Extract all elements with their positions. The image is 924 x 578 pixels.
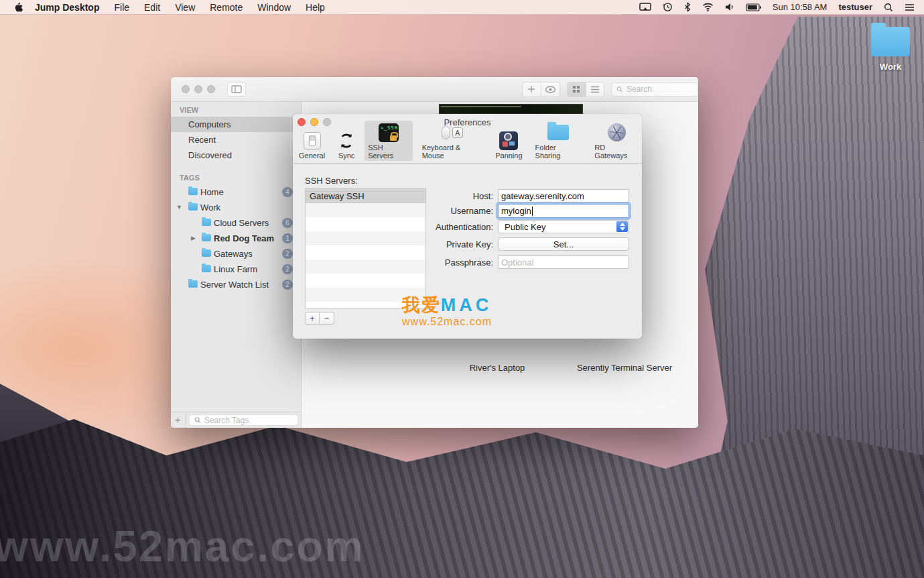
keyboard-mouse-icon: A — [440, 123, 464, 142]
view-mode-segment — [567, 82, 605, 97]
sync-icon — [338, 131, 355, 150]
panning-icon — [499, 131, 518, 150]
sidebar-tag-home[interactable]: Home 4 — [171, 184, 301, 200]
zoom-button[interactable] — [207, 85, 215, 93]
battery-icon[interactable] — [746, 3, 761, 11]
display-mirroring-icon[interactable] — [639, 3, 651, 12]
tag-badge: 2 — [282, 280, 293, 290]
tab-keyboard-mouse[interactable]: A Keyboard & Mouse — [419, 121, 486, 161]
folder-icon — [188, 280, 198, 288]
sidebar-item-discovered[interactable]: Discovered — [171, 148, 301, 163]
sidebar-item-recent[interactable]: Recent — [171, 132, 301, 148]
sidebar-tag-work[interactable]: ▼ Work — [171, 200, 301, 215]
remove-ssh-server-button[interactable]: − — [320, 312, 334, 325]
add-tag-button[interactable]: + — [171, 412, 186, 428]
tab-sync[interactable]: Sync — [334, 129, 358, 161]
tab-folder-sharing[interactable]: Folder Sharing — [532, 121, 586, 161]
tag-badge: 1 — [282, 233, 293, 243]
search-tags-input[interactable] — [204, 416, 293, 425]
time-machine-icon[interactable] — [663, 2, 673, 12]
main-toolbar — [171, 77, 698, 102]
passphrase-input[interactable] — [501, 257, 626, 268]
tab-rd-gateways[interactable]: RD Gateways — [591, 121, 642, 161]
sidebar-bottom-bar: + — [171, 412, 301, 428]
tab-general[interactable]: General — [295, 129, 328, 161]
menu-edit[interactable]: Edit — [144, 2, 160, 13]
list-icon — [590, 86, 600, 93]
host-field[interactable]: gateway.serenity.com — [498, 189, 629, 203]
main-search-input[interactable] — [626, 84, 693, 94]
authentication-popup[interactable]: Public Key — [498, 220, 629, 233]
menu-bar-user[interactable]: testuser — [838, 2, 872, 12]
computer-thumbnail[interactable] — [439, 104, 583, 114]
popup-stepper-icon — [616, 221, 628, 232]
sidebar-tag-gateways[interactable]: Gateways 2 — [171, 246, 301, 262]
bluetooth-icon[interactable] — [684, 2, 691, 12]
search-tags-field[interactable] — [189, 414, 298, 426]
desktop-folder-work[interactable]: Work — [868, 27, 913, 72]
toggle-sidebar-button[interactable] — [227, 82, 246, 97]
host-row: Host: gateway.serenity.com — [391, 189, 629, 203]
spotlight-icon[interactable] — [884, 3, 893, 12]
apple-menu-icon[interactable] — [13, 2, 23, 13]
private-key-label: Private Key: — [391, 239, 498, 249]
preferences-window: Preferences General Sync >_SSH SSH Serve… — [293, 114, 642, 339]
watermark-52mac: 我爱MAC www.52mac.com — [367, 295, 527, 328]
tag-badge: 4 — [282, 187, 293, 197]
computer-name-rivers-laptop: River's Laptop — [470, 363, 525, 373]
notification-center-icon[interactable] — [905, 3, 915, 11]
text-caret — [532, 207, 533, 216]
folder-icon — [188, 188, 198, 195]
folder-icon — [188, 203, 198, 211]
disclosure-open-icon[interactable]: ▼ — [176, 200, 182, 215]
folder-icon — [202, 234, 211, 241]
set-private-key-button[interactable]: Set... — [498, 237, 629, 251]
menu-bar-clock[interactable]: Sun 10:58 AM — [773, 2, 828, 12]
close-button[interactable] — [182, 85, 190, 93]
computer-name-serentiy-terminal-server: Serentiy Terminal Server — [577, 363, 672, 373]
passphrase-field[interactable] — [498, 255, 629, 269]
folder-icon[interactable] — [871, 27, 910, 56]
search-icon — [194, 416, 201, 424]
sidebar-item-computers[interactable]: Computers — [171, 117, 301, 132]
add-computer-button[interactable] — [523, 82, 541, 97]
folder-icon — [202, 265, 211, 272]
minimize-button[interactable] — [194, 85, 202, 93]
wifi-icon[interactable] — [702, 3, 714, 11]
menu-view[interactable]: View — [175, 2, 195, 13]
add-connection-segment — [522, 82, 560, 97]
sidebar-section-tags: TAGS — [171, 170, 301, 184]
desktop: www.52mac.com Work Jump Desktop File Edi… — [0, 0, 924, 578]
list-edit-buttons: + − — [305, 312, 334, 325]
tab-ssh-servers[interactable]: >_SSH SSH Servers — [365, 121, 413, 161]
menu-help[interactable]: Help — [306, 2, 325, 13]
ssh-servers-icon: >_SSH — [379, 123, 399, 142]
app-menu[interactable]: Jump Desktop — [35, 2, 99, 13]
sidebar-tag-cloud-servers[interactable]: Cloud Servers 6 — [171, 215, 301, 231]
username-row: Username: mylogin — [391, 204, 629, 218]
tab-panning[interactable]: Panning — [492, 129, 525, 161]
sidebar-section-view: VIEW — [171, 102, 301, 117]
sidebar-tag-linux-farm[interactable]: Linux Farm 2 — [171, 262, 301, 277]
add-ssh-server-button[interactable]: + — [305, 312, 320, 325]
main-search-field[interactable] — [611, 82, 698, 97]
grid-view-button[interactable] — [568, 82, 586, 97]
menu-file[interactable]: File — [114, 2, 129, 13]
menu-remote[interactable]: Remote — [210, 2, 243, 13]
sidebar: VIEW Computers Recent Discovered TAGS Ho… — [171, 102, 302, 428]
volume-icon[interactable] — [725, 3, 734, 11]
username-label: Username: — [391, 206, 498, 216]
menu-bar-status: Sun 10:58 AM testuser — [639, 2, 924, 12]
menu-window[interactable]: Window — [257, 2, 291, 13]
sidebar-tag-server-watch-list[interactable]: Server Watch List 2 — [171, 277, 301, 292]
authentication-row: Authentication: Public Key — [391, 220, 629, 233]
disclosure-closed-icon[interactable]: ▶ — [191, 231, 196, 246]
rd-gateways-icon — [608, 123, 626, 142]
list-view-button[interactable] — [586, 82, 604, 97]
ssh-servers-list-label: SSH Servers: — [305, 176, 358, 186]
sidebar-tag-red-dog-team[interactable]: ▶ Red Dog Team 1 — [171, 231, 301, 246]
search-icon — [616, 86, 623, 93]
username-field[interactable]: mylogin — [498, 204, 629, 218]
view-computer-button[interactable] — [541, 82, 559, 97]
authentication-label: Authentication: — [391, 222, 498, 232]
